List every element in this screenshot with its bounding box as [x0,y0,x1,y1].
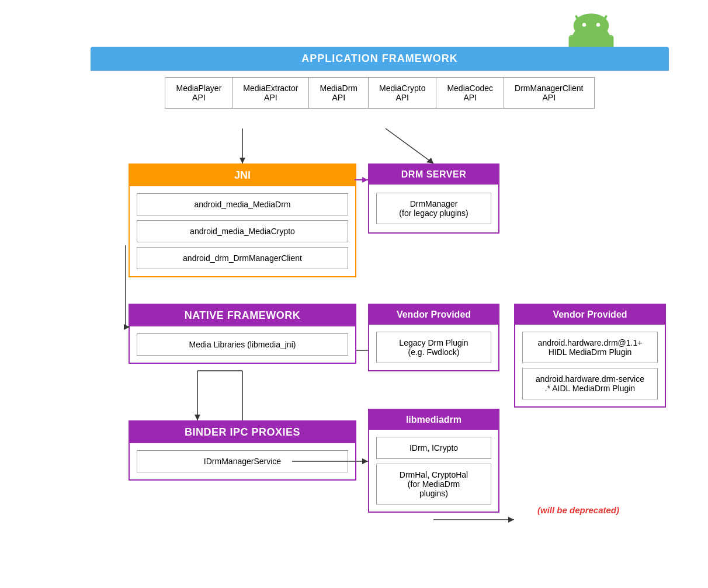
binder-box: BINDER IPC PROXIES IDrmManagerService [129,420,356,481]
native-framework-content: Media Libraries (libmedia_jni) [130,326,355,363]
vendor-right-content: android.hardware.drm@1.1+HIDL MediaDrm P… [515,325,665,406]
api-mediaplayer: MediaPlayerAPI [165,77,232,109]
drm-server-box: DRM SERVER DrmManager(for legacy plugins… [368,163,499,234]
svg-marker-20 [195,415,200,420]
api-mediaextractor: MediaExtractorAPI [232,77,309,109]
native-fw-item: Media Libraries (libmedia_jni) [137,333,348,356]
jni-box: JNI android_media_MediaDrm android_media… [129,163,356,277]
libmediadrm-item-1: IDrm, ICrypto [376,437,491,459]
diagram-container: APPLICATION FRAMEWORK MediaPlayerAPI Med… [0,0,708,588]
jni-item-1: android_media_MediaDrm [137,193,348,215]
jni-content: android_media_MediaDrm android_media_Med… [130,186,355,276]
api-mediacrypto: MediaCryptoAPI [369,77,436,109]
vendor-right-title: Vendor Provided [515,305,665,325]
svg-line-23 [386,128,433,163]
vendor-left-item: Legacy Drm Plugin(e.g. Fwdlock) [376,332,491,363]
api-boxes-container: MediaPlayerAPI MediaExtractorAPI MediaDr… [91,71,669,114]
binder-content: IDrmManagerService [130,443,355,479]
vendor-left-box: Vendor Provided Legacy Drm Plugin(e.g. F… [368,304,499,371]
drm-server-content: DrmManager(for legacy plugins) [369,185,498,232]
drm-server-title: DRM SERVER [369,165,498,185]
vendor-left-title: Vendor Provided [369,305,498,325]
app-framework: APPLICATION FRAMEWORK MediaPlayerAPI Med… [91,47,669,114]
jni-item-3: android_drm_DrmManagerClient [137,247,348,269]
drm-server-item: DrmManager(for legacy plugins) [376,193,491,224]
jni-item-2: android_media_MediaCrypto [137,220,348,242]
api-drmmanagerclient: DrmManagerClientAPI [504,77,594,109]
api-mediacodec: MediaCodecAPI [436,77,504,109]
libmediadrm-content: IDrm, ICrypto DrmHal, CryptoHal(for Medi… [369,430,498,512]
svg-point-5 [596,23,600,26]
svg-marker-11 [240,158,245,163]
binder-item: IDrmManagerService [137,450,348,472]
deprecated-text: (will be deprecated) [537,505,619,515]
binder-title: BINDER IPC PROXIES [130,422,355,443]
jni-title: JNI [130,165,355,186]
api-mediadrm: MediaDrmAPI [309,77,369,109]
svg-point-4 [582,23,586,26]
vendor-right-item-1: android.hardware.drm@1.1+HIDL MediaDrm P… [522,332,658,363]
app-framework-title: APPLICATION FRAMEWORK [91,47,669,71]
libmediadrm-item-2: DrmHal, CryptoHal(for MediaDrmplugins) [376,464,491,505]
vendor-left-content: Legacy Drm Plugin(e.g. Fwdlock) [369,325,498,370]
libmediadrm-box: libmediadrm IDrm, ICrypto DrmHal, Crypto… [368,409,499,513]
svg-point-3 [574,13,609,38]
vendor-right-box: Vendor Provided android.hardware.drm@1.1… [514,304,666,408]
native-framework-title: NATIVE FRAMEWORK [130,305,355,326]
native-framework-box: NATIVE FRAMEWORK Media Libraries (libmed… [129,304,356,364]
svg-marker-13 [362,177,368,183]
svg-marker-27 [362,458,368,464]
svg-marker-24 [426,158,433,163]
libmediadrm-title: libmediadrm [369,410,498,430]
svg-marker-22 [508,517,514,523]
vendor-right-item-2: android.hardware.drm-service.* AIDL Medi… [522,368,658,399]
